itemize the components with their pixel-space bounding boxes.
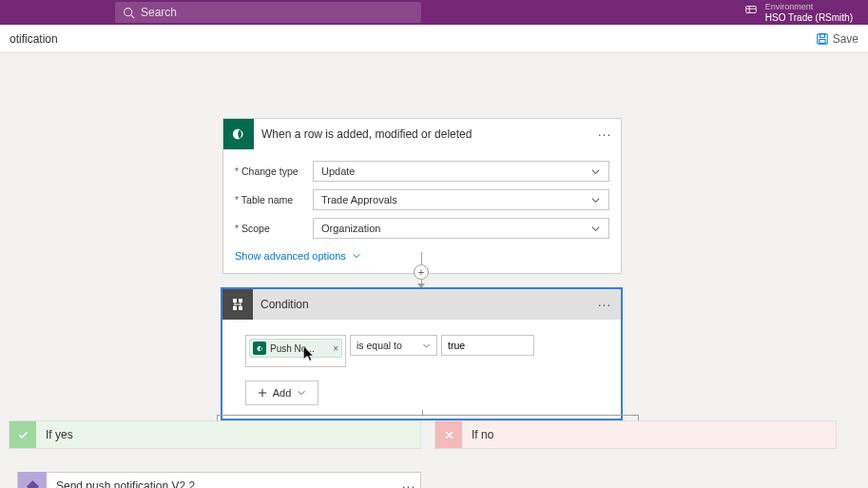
cross-icon: [435, 421, 462, 448]
if-yes-header[interactable]: If yes: [10, 421, 420, 448]
trigger-body: Change type Update Table name Trade Appr…: [223, 149, 621, 273]
plus-icon: [258, 388, 267, 398]
dynamic-content-token[interactable]: Push No... ×: [249, 339, 342, 358]
operator-value: is equal to: [357, 340, 402, 351]
send-push-notification-card[interactable]: Send push notification V2 2 ···: [17, 472, 421, 488]
save-icon: [816, 32, 829, 46]
condition-header[interactable]: Condition ···: [222, 289, 621, 320]
trigger-header[interactable]: When a row is added, modified or deleted…: [223, 119, 621, 149]
dataverse-icon: [253, 342, 266, 355]
scope-value: Organization: [321, 223, 380, 234]
add-label: Add: [273, 387, 292, 399]
search-box[interactable]: [115, 2, 421, 23]
svg-line-1: [131, 14, 134, 17]
condition-icon: [222, 289, 253, 320]
trigger-title: When a row is added, modified or deleted: [261, 127, 588, 141]
chevron-down-icon: [297, 388, 306, 398]
change-type-label: Change type: [235, 166, 313, 177]
environment-name: HSO Trade (RSmith): [765, 12, 853, 24]
action-title: Send push notification V2 2: [47, 479, 397, 488]
if-yes-label: If yes: [46, 428, 73, 441]
flow-canvas: When a row is added, modified or deleted…: [0, 53, 868, 63]
svg-rect-8: [233, 299, 237, 303]
environment-picker[interactable]: Environment HSO Trade (RSmith): [744, 1, 853, 24]
search-icon: [123, 7, 135, 19]
change-type-select[interactable]: Update: [313, 161, 609, 182]
value-text: true: [448, 340, 465, 351]
condition-title: Condition: [260, 298, 588, 311]
condition-body: Push No... × is equal to true Add: [222, 320, 621, 419]
search-input[interactable]: [141, 6, 414, 19]
condition-operator-select[interactable]: is equal to: [350, 335, 437, 356]
save-label: Save: [833, 32, 858, 46]
svg-rect-9: [239, 299, 242, 303]
advanced-link-label: Show advanced options: [235, 250, 346, 262]
condition-left-operand[interactable]: Push No... ×: [245, 335, 346, 367]
if-no-header[interactable]: If no: [435, 421, 836, 448]
dataverse-icon: [223, 119, 254, 149]
save-button[interactable]: Save: [816, 32, 858, 46]
remove-token-icon[interactable]: ×: [333, 343, 338, 354]
scope-select[interactable]: Organization: [313, 218, 609, 239]
chevron-down-icon: [352, 251, 361, 261]
svg-rect-6: [820, 33, 824, 37]
change-type-value: Update: [321, 166, 355, 177]
command-bar: otification Save: [0, 25, 868, 53]
condition-menu-icon[interactable]: ···: [596, 297, 613, 312]
svg-rect-11: [239, 306, 242, 310]
page-title: otification: [10, 32, 58, 46]
notification-icon: [18, 472, 47, 488]
show-advanced-link[interactable]: Show advanced options: [235, 250, 361, 262]
environment-icon: [744, 3, 758, 16]
action-menu-icon[interactable]: ···: [397, 478, 420, 488]
connector-line: [217, 415, 639, 416]
scope-label: Scope: [235, 223, 313, 234]
chevron-down-icon: [590, 166, 601, 177]
token-label: Push No...: [270, 343, 329, 354]
if-no-branch: If no: [434, 420, 837, 449]
svg-rect-2: [746, 7, 757, 13]
checkmark-icon: [10, 421, 36, 448]
if-no-label: If no: [472, 428, 493, 441]
svg-point-0: [125, 8, 132, 15]
table-name-label: Table name: [235, 194, 313, 205]
svg-rect-7: [820, 39, 825, 43]
trigger-menu-icon[interactable]: ···: [596, 127, 613, 142]
table-name-value: Trade Approvals: [321, 194, 397, 205]
chevron-down-icon: [590, 195, 601, 205]
chevron-down-icon: [422, 342, 431, 350]
condition-card[interactable]: Condition ··· Push No... × is equal to t…: [222, 288, 622, 420]
if-yes-branch: If yes: [9, 420, 421, 449]
trigger-card[interactable]: When a row is added, modified or deleted…: [222, 118, 622, 274]
insert-step-button[interactable]: +: [414, 264, 429, 280]
environment-label: Environment: [765, 1, 853, 12]
table-name-select[interactable]: Trade Approvals: [313, 189, 609, 210]
app-topbar: Environment HSO Trade (RSmith): [0, 0, 868, 25]
svg-rect-10: [233, 306, 237, 310]
add-condition-button[interactable]: Add: [245, 381, 318, 405]
chevron-down-icon: [590, 224, 601, 234]
condition-right-operand[interactable]: true: [441, 335, 534, 356]
